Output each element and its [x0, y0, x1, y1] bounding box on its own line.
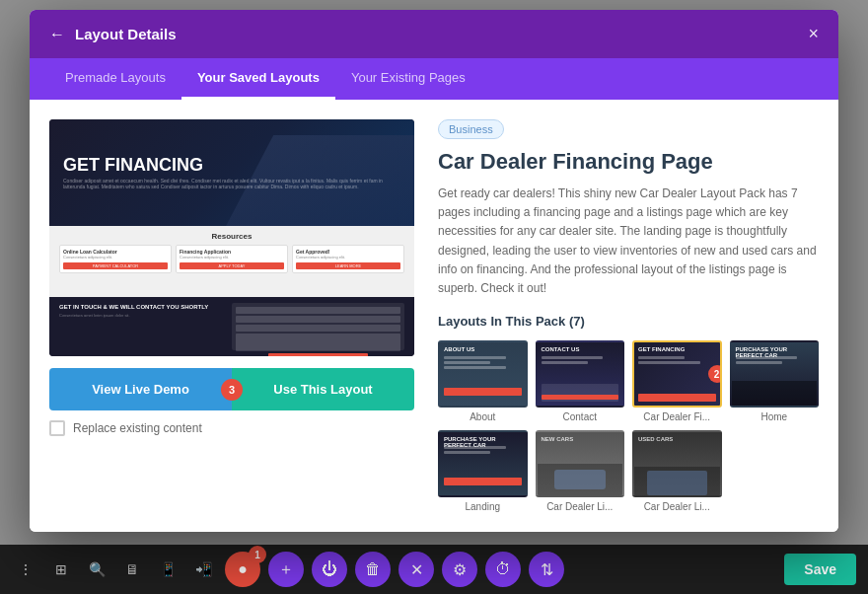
action-buttons: View Live Demo 3 Use This Layout: [49, 368, 414, 410]
pack-title: Layouts In This Pack (7): [438, 314, 819, 329]
save-button[interactable]: Save: [784, 554, 856, 585]
thumbnail-dealer1[interactable]: NEW CARS Car Dealer Li...: [536, 430, 625, 512]
search-icon[interactable]: 🔍: [83, 556, 110, 583]
thumbnail-financing[interactable]: GET FINANCING 2 Car Dealer Fi...: [632, 340, 722, 422]
modal-body: GET FINANCING Condiser adiposit amet et …: [30, 100, 838, 532]
content-section: Business Car Dealer Financing Page Get r…: [438, 119, 819, 512]
use-layout-button[interactable]: Use This Layout: [232, 368, 414, 410]
mobile-icon[interactable]: 📲: [189, 556, 217, 583]
plus-button[interactable]: ＋: [268, 552, 304, 587]
resources-title: Resources: [59, 232, 404, 241]
thumb-img-about: ABOUT US: [438, 340, 528, 408]
action-badge: 3: [221, 379, 243, 401]
thumb-label-home: Home: [730, 411, 820, 422]
preview-image: GET FINANCING Condiser adiposit amet et …: [49, 119, 414, 356]
settings-button[interactable]: ⚙: [442, 552, 477, 587]
modal-header: ← Layout Details ×: [30, 10, 838, 58]
thumb-img-landing: PURCHASE YOUR PERFECT CAR: [438, 430, 528, 497]
replace-checkbox[interactable]: [49, 420, 65, 436]
thumb-img-contact: CONTACT US: [536, 340, 625, 408]
thumb-label-landing: Landing: [438, 501, 528, 512]
history-button[interactable]: ⏱: [485, 552, 521, 587]
modal-overlay: ← Layout Details × Premade Layouts Your …: [0, 0, 868, 545]
toolbar-left: ⋮ ⊞ 🔍 🖥 📱 📲 1 ● ＋ ⏻ 🗑 ✕ ⚙ ⏱ ⇅: [12, 552, 564, 587]
close-button[interactable]: ✕: [398, 552, 434, 587]
tab-saved-layouts[interactable]: Your Saved Layouts: [181, 58, 335, 100]
back-icon[interactable]: ←: [49, 26, 65, 43]
tablet-icon[interactable]: 📱: [154, 556, 181, 583]
thumb-label-financing: Car Dealer Fi...: [632, 411, 722, 422]
tab-existing-pages[interactable]: Your Existing Pages: [335, 58, 481, 100]
thumb-img-financing: GET FINANCING 2: [632, 340, 722, 408]
preview-section: GET FINANCING Condiser adiposit amet et …: [49, 119, 414, 512]
thumb-img-home: PURCHASE YOUR PERFECT CAR: [730, 340, 820, 408]
thumbnail-home[interactable]: PURCHASE YOUR PERFECT CAR Home: [730, 340, 820, 422]
thumbnail-grid: ABOUT US About CON: [438, 340, 819, 512]
modal-tabs: Premade Layouts Your Saved Layouts Your …: [30, 58, 838, 100]
contact-title: GET IN TOUCH & WE WILL CONTACT YOU SHORT…: [59, 303, 224, 311]
red-circle-badge: 1: [249, 546, 266, 563]
thumb-img-dealer1: NEW CARS: [536, 430, 625, 497]
layout-title: Car Dealer Financing Page: [438, 149, 819, 175]
thumb-img-used: USED CARS: [632, 430, 722, 497]
sliders-button[interactable]: ⇅: [529, 552, 564, 587]
modal-close-icon[interactable]: ×: [808, 24, 819, 44]
monitor-icon[interactable]: 🖥: [118, 556, 146, 583]
thumb-label-contact: Contact: [536, 411, 625, 422]
tab-premade-layouts[interactable]: Premade Layouts: [49, 58, 181, 100]
replace-label: Replace existing content: [73, 421, 202, 435]
replace-row: Replace existing content: [49, 420, 414, 436]
layout-details-modal: ← Layout Details × Premade Layouts Your …: [30, 10, 838, 532]
trash-button[interactable]: 🗑: [355, 552, 391, 587]
grid-icon[interactable]: ⊞: [47, 556, 75, 583]
thumb-label-about: About: [438, 411, 528, 422]
add-module-button[interactable]: 1 ●: [225, 552, 260, 587]
thumbnail-contact[interactable]: CONTACT US Contact: [536, 340, 625, 422]
live-demo-button[interactable]: View Live Demo: [49, 368, 232, 410]
preview-headline: GET FINANCING: [63, 156, 400, 176]
thumbnail-about[interactable]: ABOUT US About: [438, 340, 528, 422]
bottom-toolbar: ⋮ ⊞ 🔍 🖥 📱 📲 1 ● ＋ ⏻ 🗑 ✕ ⚙ ⏱ ⇅ Save: [0, 545, 868, 594]
thumbnail-used[interactable]: USED CARS Car Dealer Li...: [632, 430, 722, 512]
thumb-label-dealer1: Car Dealer Li...: [536, 501, 625, 512]
modal-header-title-group: ← Layout Details: [49, 26, 177, 43]
layout-description: Get ready car dealers! This shiny new Ca…: [438, 185, 819, 298]
toolbar-right: Save: [784, 554, 856, 585]
thumb-label-used: Car Dealer Li...: [632, 501, 722, 512]
preview-subtext: Condiser adiposit amet et occaecum healt…: [63, 178, 400, 189]
thumbnail-landing[interactable]: PURCHASE YOUR PERFECT CAR Landing: [438, 430, 528, 512]
business-badge: Business: [438, 119, 504, 139]
modal-title: Layout Details: [75, 26, 177, 42]
drag-icon[interactable]: ⋮: [12, 556, 39, 583]
power-button[interactable]: ⏻: [312, 552, 347, 587]
